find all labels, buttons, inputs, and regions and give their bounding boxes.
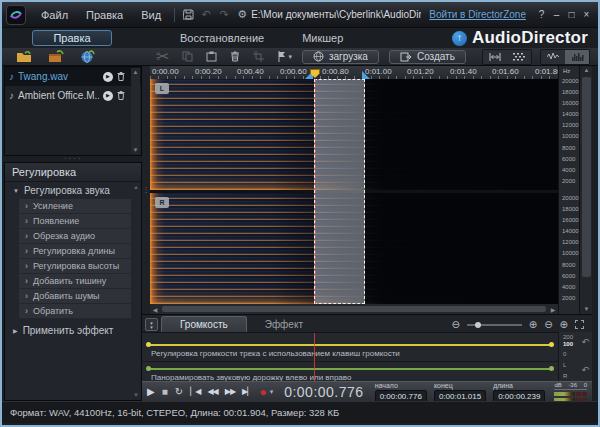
- reset-volume-icon[interactable]: ↶: [581, 337, 589, 347]
- tab-volume[interactable]: Громкость: [161, 316, 247, 332]
- stop-button[interactable]: ■: [162, 387, 168, 397]
- time-selection[interactable]: [314, 79, 365, 304]
- menu-edit[interactable]: Правка: [77, 9, 132, 21]
- reset-pan-icon[interactable]: ↶: [581, 365, 589, 375]
- fast-forward-button[interactable]: ▶▶: [225, 388, 235, 396]
- adjust-scrollbar[interactable]: ▲▼: [132, 183, 140, 399]
- redo-icon[interactable]: ↷: [215, 8, 233, 21]
- loop-button[interactable]: ↻: [175, 387, 183, 397]
- import-archive-icon[interactable]: [48, 50, 64, 63]
- scroll-left-icon[interactable]: ◀: [150, 306, 160, 313]
- scroll-up-icon[interactable]: ▲: [580, 66, 593, 75]
- chevron-right-icon: ›: [25, 276, 28, 286]
- previous-button[interactable]: ▏◀: [190, 388, 200, 396]
- tree-item-length[interactable]: ›Регулировка длины: [19, 244, 131, 259]
- tree-item-reverse[interactable]: ›Обратить: [19, 304, 131, 319]
- tree-item-gain[interactable]: ›Усиление: [19, 199, 131, 214]
- download-from-web-icon[interactable]: [80, 50, 95, 64]
- ruler-tick: 0:01.60: [492, 67, 519, 76]
- zoom-in-horizontal-icon[interactable]: ⊕: [529, 319, 537, 330]
- tree-item-silence[interactable]: ›Добавить тишину: [19, 274, 131, 289]
- tree-item-noise[interactable]: ›Добавить шумы: [19, 289, 131, 304]
- delete-icon[interactable]: [230, 51, 240, 62]
- envelope-keyframe[interactable]: [549, 366, 554, 371]
- copy-icon[interactable]: [182, 51, 193, 62]
- close-button[interactable]: ×: [579, 9, 594, 20]
- menu-file[interactable]: Файл: [32, 9, 77, 21]
- help-button[interactable]: ?: [534, 9, 549, 20]
- directorzone-login-link[interactable]: Войти в DirectorZone: [429, 9, 526, 20]
- play-button[interactable]: ▶: [147, 387, 155, 397]
- minimize-button[interactable]: –: [549, 9, 564, 20]
- tab-restore[interactable]: Восстановление: [180, 32, 264, 44]
- marker-icon[interactable]: ▾: [277, 51, 292, 62]
- freq-tick: 20000: [562, 76, 580, 87]
- upload-button[interactable]: загрузка: [302, 50, 379, 64]
- undo-icon[interactable]: ↶: [197, 8, 215, 21]
- tab-edit[interactable]: Правка: [32, 30, 111, 46]
- zoom-in-vertical-icon[interactable]: ⊕: [560, 319, 568, 330]
- delete-file-icon[interactable]: [117, 91, 125, 100]
- freq-tick: 2000: [562, 293, 580, 304]
- envelope-keyframe[interactable]: [146, 366, 151, 371]
- crop-icon[interactable]: [253, 51, 264, 62]
- zoom-out-vertical-icon[interactable]: ⊖: [544, 319, 552, 330]
- record-dropdown-icon[interactable]: ▾: [270, 388, 274, 396]
- app-logo-icon: [6, 5, 26, 25]
- menu-view[interactable]: Вид: [132, 9, 170, 21]
- field-label: начало: [375, 382, 398, 389]
- save-icon[interactable]: [179, 9, 197, 20]
- rewind-button[interactable]: ◀◀: [207, 388, 217, 396]
- volume-envelope-line[interactable]: [147, 344, 553, 346]
- envelope-keyframe[interactable]: [549, 342, 554, 347]
- import-file-icon[interactable]: [16, 50, 32, 63]
- settings-gear-icon[interactable]: ⚙: [233, 8, 251, 21]
- ruler-tick: 0:00.60: [280, 67, 307, 76]
- vertical-scrollbar[interactable]: ▲ ▼: [579, 66, 592, 314]
- cut-icon[interactable]: ✂: [156, 47, 169, 66]
- envelope-keyframe[interactable]: [146, 342, 151, 347]
- keyframe-view-toggle[interactable]: [507, 50, 531, 64]
- scroll-down-icon[interactable]: ▼: [580, 305, 593, 314]
- tree-item-pitch[interactable]: ›Регулировка высоты: [19, 259, 131, 274]
- freq-tick: 14000: [562, 109, 580, 120]
- zoom-out-horizontal-icon[interactable]: ⊖: [451, 319, 459, 330]
- divider: [142, 361, 558, 362]
- library-scrollbar[interactable]: ▲▼: [131, 68, 140, 154]
- group-apply-effect[interactable]: ▶ Применить эффект: [5, 322, 141, 339]
- timeline-ruler[interactable]: 0:00.00 0:00.20 0:00.40 0:00.60 0:00.80 …: [150, 66, 558, 79]
- meter-unit: dB: [554, 382, 561, 388]
- fit-width-toggle[interactable]: [483, 50, 507, 64]
- list-item[interactable]: ♪ Ambient Office.M... ▶: [5, 86, 141, 105]
- paste-icon[interactable]: [206, 51, 217, 62]
- pan-envelope-line[interactable]: [147, 368, 553, 370]
- group-sound-adjust[interactable]: ▼ Регулировка звука: [5, 182, 141, 199]
- zoom-slider-thumb[interactable]: [475, 322, 481, 328]
- list-item[interactable]: ♪ Twang.wav ▶: [5, 67, 141, 86]
- create-button[interactable]: Создать: [389, 50, 466, 64]
- fit-view-icon[interactable]: [575, 320, 584, 329]
- play-file-icon[interactable]: ▶: [103, 72, 113, 82]
- wave-resize-handle[interactable]: ⋮: [142, 66, 150, 314]
- envelope-area[interactable]: Регулировка громкости трека с использова…: [142, 332, 558, 381]
- waveform-view-toggle[interactable]: [541, 50, 565, 64]
- spectral-view-toggle[interactable]: [565, 50, 589, 64]
- tab-mixer[interactable]: Микшер: [302, 32, 343, 44]
- spectrogram-view[interactable]: L R: [150, 79, 558, 304]
- maximize-button[interactable]: □: [564, 9, 579, 20]
- tree-item-trim[interactable]: ›Обрезка аудио: [19, 229, 131, 244]
- tab-effect[interactable]: Эффект: [247, 317, 321, 332]
- expand-panel-button[interactable]: ▾▾: [145, 318, 158, 331]
- chevron-right-icon: ›: [25, 261, 28, 271]
- scroll-thumb[interactable]: [162, 306, 546, 312]
- scroll-right-icon[interactable]: ▶: [548, 306, 558, 313]
- zoom-slider[interactable]: [467, 324, 522, 326]
- record-button[interactable]: ●: [259, 386, 266, 398]
- tree-item-fade[interactable]: ›Появление: [19, 214, 131, 229]
- scroll-thumb[interactable]: [582, 77, 591, 277]
- play-file-icon[interactable]: ▶: [103, 91, 113, 101]
- delete-file-icon[interactable]: [117, 72, 125, 81]
- horizontal-scrollbar[interactable]: ◀ ▶: [150, 304, 558, 314]
- marker-dropdown-icon[interactable]: ▾: [288, 53, 292, 61]
- next-button[interactable]: ▶▏: [242, 388, 252, 396]
